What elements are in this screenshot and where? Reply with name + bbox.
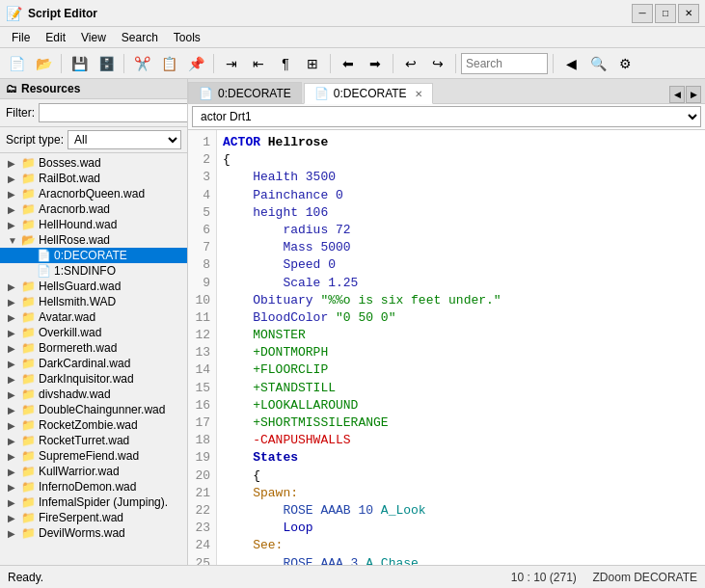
menu-search[interactable]: Search: [114, 29, 166, 46]
tab-nav-next[interactable]: ▶: [686, 86, 701, 103]
toolbar-sep-2: [123, 54, 124, 73]
tree-item[interactable]: ▼📂HellRose.wad: [0, 232, 187, 248]
tree-item[interactable]: ▶📁InfernoDemon.wad: [0, 479, 187, 494]
tree-item[interactable]: ▶📁HellsGuard.wad: [0, 279, 187, 294]
minimize-button[interactable]: ─: [632, 4, 653, 23]
tree-item[interactable]: ▶📁FireSerpent.wad: [0, 510, 187, 525]
menu-tools[interactable]: Tools: [166, 29, 208, 46]
maximize-button[interactable]: □: [655, 4, 676, 23]
code-token: Loop: [223, 521, 313, 535]
tree-item[interactable]: ▶📁Bosses.wad: [0, 155, 187, 171]
tab-nav-prev[interactable]: ◀: [669, 86, 685, 103]
format-button[interactable]: ⊞: [300, 52, 325, 75]
code-token: Painchance 0: [223, 188, 343, 202]
code-line: +LOOKALLAROUND: [223, 397, 699, 414]
tree-item[interactable]: ▶📁RocketZombie.wad: [0, 417, 187, 433]
file-icon: 📁: [21, 372, 36, 386]
code-token: States: [223, 450, 298, 465]
menu-view[interactable]: View: [73, 29, 114, 46]
code-line: +FLOORCLIP: [223, 361, 699, 379]
tab-close-1[interactable]: ✕: [415, 89, 422, 99]
paste-button[interactable]: 📌: [183, 52, 208, 75]
resources-label: Resources: [21, 82, 80, 95]
line-number: 3: [194, 169, 210, 186]
tab-1[interactable]: 📄 0:DECORATE ✕: [304, 83, 433, 104]
code-line: Obituary "%%o is six feet under.": [223, 292, 699, 309]
tree-item[interactable]: ▶📁AracnorbQueen.wad: [0, 186, 187, 201]
tree-item[interactable]: ▶📁HellHound.wad: [0, 217, 187, 232]
tree-item[interactable]: ▶📁Overkill.wad: [0, 325, 187, 340]
tree-item-label: InfernoDemon.wad: [39, 480, 136, 494]
tree-item[interactable]: ▶📁InfemalSpider (Jumping).: [0, 494, 187, 510]
tree-item[interactable]: ▶📁KullWarrior.wad: [0, 464, 187, 479]
tree-item[interactable]: ▶📁Avatar.wad: [0, 309, 187, 325]
tree-item[interactable]: ▶📁DarkInquisitor.wad: [0, 371, 187, 387]
tree-item[interactable]: 📄0:DECORATE: [0, 248, 187, 263]
search-input[interactable]: [461, 53, 548, 74]
tree-item[interactable]: ▶📁Hellsmith.WAD: [0, 294, 187, 309]
tree-item[interactable]: ▶📁divshadw.wad: [0, 387, 187, 402]
next-button[interactable]: ➡: [363, 52, 388, 75]
tree-item[interactable]: ▶📁DoubleChaingunner.wad: [0, 402, 187, 417]
code-line: Health 3500: [223, 169, 699, 186]
filter-input[interactable]: [39, 103, 188, 122]
new-button[interactable]: 📄: [4, 52, 29, 75]
code-line: +SHORTMISSILERANGE: [223, 414, 699, 432]
code-token: "%%o is six feet under.": [320, 293, 501, 307]
line-number: 11: [194, 309, 210, 327]
tree-item[interactable]: ▶📁DevilWorms.wad: [0, 525, 187, 541]
copy-button[interactable]: 📋: [156, 52, 181, 75]
save-button[interactable]: 💾: [67, 52, 92, 75]
menu-file[interactable]: File: [4, 29, 38, 46]
tree-item-label: FireSerpent.wad: [39, 511, 123, 524]
code-line: -CANPUSHWALLS: [223, 432, 699, 449]
code-content[interactable]: ACTOR Hellrose{ Health 3500 Painchance 0…: [217, 130, 705, 565]
code-token: +STANDSTILL: [223, 381, 336, 395]
menu-edit[interactable]: Edit: [38, 29, 73, 46]
settings-button[interactable]: ⚙: [612, 52, 637, 75]
outdent-button[interactable]: ⇤: [246, 52, 271, 75]
indent-button[interactable]: ⇥: [219, 52, 244, 75]
resources-header: 🗂 Resources: [0, 79, 187, 99]
line-number: 20: [194, 468, 210, 485]
file-icon: 📁: [21, 280, 36, 293]
tree-item-label: Hellsmith.WAD: [39, 295, 116, 308]
undo-button[interactable]: ↩: [398, 52, 423, 75]
actor-row: actor Drt1: [188, 104, 705, 130]
redo-button[interactable]: ↪: [425, 52, 450, 75]
code-line: Speed 0: [223, 256, 699, 274]
tree-item[interactable]: ▶📁Bormereth.wad: [0, 340, 187, 356]
pilcrow-button[interactable]: ¶: [273, 52, 298, 75]
code-line: Mass 5000: [223, 239, 699, 256]
toolbar-sep-7: [553, 54, 554, 73]
search-button[interactable]: 🔍: [585, 52, 610, 75]
line-number: 12: [194, 327, 210, 344]
tree-item[interactable]: ▶📁Aracnorb.wad: [0, 201, 187, 217]
code-area[interactable]: 1234567891011121314151617181920212223242…: [188, 130, 705, 565]
line-number: 25: [194, 555, 210, 566]
code-line: Loop: [223, 520, 699, 537]
file-icon: 📁: [21, 172, 36, 185]
tab-0[interactable]: 📄 0:DECORATE: [188, 82, 302, 103]
close-button[interactable]: ✕: [678, 4, 699, 23]
tree-item[interactable]: ▶📁RocketTurret.wad: [0, 433, 187, 448]
prev-button[interactable]: ⬅: [336, 52, 361, 75]
window-controls: ─ □ ✕: [632, 4, 699, 23]
file-icon: 📁: [21, 341, 36, 355]
line-number: 23: [194, 520, 210, 537]
open-button[interactable]: 📂: [31, 52, 56, 75]
tree-item[interactable]: ▶📁RailBot.wad: [0, 171, 187, 186]
code-token: Scale 1.25: [223, 276, 358, 290]
actor-select[interactable]: actor Drt1: [192, 106, 701, 127]
search-prev-button[interactable]: ◀: [558, 52, 583, 75]
cut-button[interactable]: ✂️: [129, 52, 154, 75]
save-all-button[interactable]: 🗄️: [94, 52, 119, 75]
tree-item[interactable]: 📄1:SNDINFO: [0, 263, 187, 279]
tree-item[interactable]: ▶📁DarkCardinal.wad: [0, 356, 187, 371]
scripttype-select[interactable]: All DECORATE ACS MAPINFO SNDINFO: [68, 130, 181, 149]
code-line: See:: [223, 537, 699, 554]
tree-item-label: Bosses.wad: [39, 156, 101, 170]
tree-item-label: 0:DECORATE: [54, 249, 127, 262]
tree-item[interactable]: ▶📁SupremeFiend.wad: [0, 448, 187, 464]
file-icon: 📁: [21, 202, 36, 216]
